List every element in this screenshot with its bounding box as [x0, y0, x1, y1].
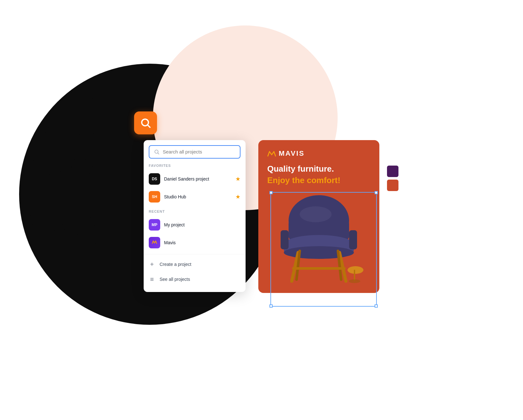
favorites-item-ds[interactable]: DS Daniel Sanders project ★	[144, 170, 246, 188]
svg-point-16	[347, 266, 363, 274]
create-project-label: Create a project	[160, 262, 191, 267]
project-name-ds: Daniel Sanders project	[164, 176, 232, 182]
create-project-button[interactable]: + Create a project	[144, 257, 246, 272]
svg-rect-10	[349, 230, 357, 249]
mavis-logo-avatar-icon	[151, 239, 158, 246]
swatch-purple[interactable]	[387, 166, 398, 177]
svg-point-8	[284, 246, 354, 259]
svg-point-19	[300, 206, 332, 222]
svg-rect-9	[281, 230, 289, 249]
search-icon	[140, 117, 151, 129]
svg-rect-17	[354, 270, 355, 281]
see-all-projects-label: See all projects	[160, 277, 190, 282]
handle-top-right[interactable]	[375, 191, 378, 194]
project-panel: FAVORITES DS Daniel Sanders project ★ SH…	[144, 140, 246, 292]
svg-point-0	[142, 119, 148, 126]
handle-bottom-right[interactable]	[375, 304, 378, 308]
search-input[interactable]	[163, 149, 235, 154]
swatch-orange[interactable]	[387, 180, 398, 191]
mavis-tagline-yellow: Enjoy the comfort!	[267, 175, 370, 186]
mavis-brand-name: MAVIS	[279, 149, 304, 158]
project-name-mavis: Mavis	[164, 240, 240, 245]
mavis-card-header: MAVIS	[267, 149, 370, 158]
color-swatches	[387, 166, 398, 191]
mavis-card: MAVIS Quality furniture. Enjoy the comfo…	[258, 140, 379, 293]
star-icon-sh: ★	[235, 193, 240, 200]
svg-line-3	[158, 153, 159, 154]
favorites-item-sh[interactable]: SH Studio Hub ★	[144, 188, 246, 206]
recent-section-label: RECENT	[144, 210, 246, 216]
avatar-sh: SH	[149, 191, 160, 203]
see-all-projects-button[interactable]: ≡ See all projects	[144, 272, 246, 287]
avatar-mavis	[149, 237, 160, 248]
search-icon-button[interactable]	[134, 111, 157, 134]
project-name-mp: My project	[164, 222, 240, 227]
divider	[144, 254, 246, 254]
svg-point-18	[349, 279, 360, 283]
recent-item-mavis[interactable]: Mavis	[144, 234, 246, 252]
star-icon-ds: ★	[235, 175, 240, 182]
svg-point-2	[155, 150, 158, 153]
list-icon: ≡	[149, 276, 155, 283]
mavis-logo-icon	[267, 149, 276, 158]
handle-bottom-left[interactable]	[269, 304, 273, 308]
chair-image-area	[267, 192, 370, 297]
svg-line-1	[148, 125, 150, 127]
handle-top-left[interactable]	[269, 191, 273, 194]
chair-illustration	[274, 192, 363, 288]
avatar-ds: DS	[149, 173, 160, 185]
avatar-mp: MP	[149, 219, 160, 231]
mavis-tagline-white: Quality furniture.	[267, 164, 370, 174]
plus-icon: +	[149, 261, 155, 268]
search-bar[interactable]	[149, 145, 240, 159]
favorites-section-label: FAVORITES	[144, 164, 246, 170]
chair-svg	[274, 192, 363, 288]
search-input-icon	[154, 149, 160, 155]
project-name-sh: Studio Hub	[164, 194, 232, 199]
recent-item-mp[interactable]: MP My project	[144, 216, 246, 234]
